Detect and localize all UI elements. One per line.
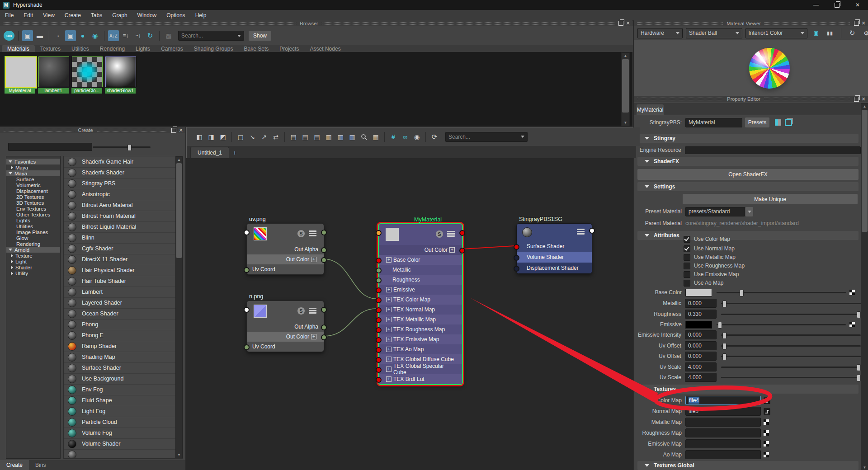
tree-item-displacement[interactable]: Displacement [6, 188, 61, 194]
metallic-input[interactable]: 0.000 [685, 299, 717, 308]
node-row-tex-roughness-map[interactable]: TEX Roughness Map [379, 324, 462, 334]
emissive-intensity-slider[interactable] [721, 334, 861, 336]
tree-item-utility[interactable]: Utility [6, 270, 60, 276]
connection-icon[interactable] [764, 408, 770, 415]
tree-item-favorites[interactable]: Favorites [6, 159, 60, 164]
swatch-label[interactable]: shaderGlow1 [105, 88, 136, 94]
input-port[interactable] [376, 317, 382, 323]
list-item-anisotropic[interactable]: Anisotropic [64, 189, 183, 200]
tree-item-shader[interactable]: Shader [6, 264, 60, 270]
tab-lights[interactable]: Lights [130, 45, 156, 52]
make-unique-button[interactable]: Make Unique [683, 194, 858, 204]
tab-bake-sets[interactable]: Bake Sets [239, 45, 274, 52]
menu-help[interactable]: Help [190, 12, 212, 19]
align-top-icon[interactable]: ▥ [323, 132, 334, 142]
medium-swatch-button[interactable]: ▣ [65, 30, 76, 41]
output-port[interactable] [459, 230, 465, 236]
list-item-shaderfx-shader[interactable]: Shaderfx Shader [64, 167, 183, 179]
chevron-down-icon[interactable] [237, 35, 241, 37]
list-item-phong-e[interactable]: Phong E [64, 330, 183, 341]
list-item-ramp-shader[interactable]: Ramp Shader [64, 341, 183, 352]
input-port[interactable] [376, 327, 382, 333]
node-row-emissive[interactable]: Emissive [379, 285, 462, 295]
map-checker-icon[interactable] [849, 290, 855, 295]
list-item-fluid-shape[interactable]: Fluid Shape [64, 395, 183, 406]
sort-by-type-button[interactable]: ≡↓ [120, 30, 131, 41]
node-row-tex-brdf-lut[interactable]: TEX Brdf Lut [379, 374, 462, 384]
slider-handle[interactable] [722, 353, 726, 360]
ao-map-input[interactable] [685, 450, 761, 459]
expand-plus-icon[interactable] [386, 347, 392, 352]
list-item-env-fog[interactable]: Env Fog [64, 384, 183, 395]
list-item-phong[interactable]: Phong [64, 319, 183, 330]
slider-handle[interactable] [718, 322, 722, 329]
expand-plus-icon[interactable] [386, 297, 392, 302]
node-row-out-color[interactable]: Out Color [247, 332, 324, 342]
node-row-tex-global-specular-cube[interactable]: TEX Global Specular Cube [379, 364, 462, 374]
tree-item-maya[interactable]: Maya [6, 170, 60, 176]
expand-plus-icon[interactable] [386, 357, 392, 362]
filter-on-button[interactable]: ON [4, 31, 14, 41]
menu-window[interactable]: Window [132, 12, 162, 19]
tab-rendering[interactable]: Rendering [94, 45, 130, 52]
list-item-volume-fog[interactable]: Volume Fog [64, 428, 183, 439]
node-row-base-color[interactable]: Base Color [379, 255, 462, 265]
expand-plus-icon[interactable] [386, 376, 392, 382]
minimize-button[interactable]: — [806, 0, 826, 10]
background-toggle-button[interactable]: ▩ [163, 30, 174, 41]
close-button[interactable]: ✕ [847, 0, 868, 10]
uv-offset-u-slider[interactable] [721, 345, 861, 347]
clear-graph-icon[interactable]: ◩ [217, 132, 228, 142]
refresh-graph-icon[interactable]: ⟳ [429, 132, 440, 142]
float-panel-icon[interactable] [854, 21, 859, 26]
refresh-render-icon[interactable]: ↻ [847, 28, 858, 38]
align-center-icon[interactable]: ▤ [300, 132, 311, 142]
output-port[interactable] [321, 324, 327, 330]
tab-create[interactable]: Create [0, 460, 29, 470]
output-port[interactable] [321, 334, 327, 340]
uv-offset-u-input[interactable]: 0.000 [685, 341, 717, 350]
swatch-view-button[interactable]: ▣ [22, 30, 33, 41]
pin-selection-icon[interactable]: ⇄ [270, 132, 281, 142]
tree-item-3d-textures[interactable]: 3D Textures [6, 200, 61, 206]
input-port[interactable] [376, 377, 382, 383]
browser-scrollbar[interactable]: ▲ ▼ [621, 52, 630, 126]
section-textures-global[interactable]: Textures Global [637, 461, 859, 470]
node-row-out-alpha[interactable]: Out Alpha [247, 244, 324, 254]
presets-button[interactable]: Presets [745, 118, 769, 127]
tab-projects[interactable]: Projects [274, 45, 304, 52]
list-item-layered-shader[interactable]: Layered Shader [64, 297, 183, 309]
refresh-swatches-button[interactable]: ↻ [145, 30, 156, 41]
checkbox-unchecked[interactable] [684, 271, 690, 278]
add-tab-button[interactable]: + [229, 147, 240, 158]
list-item-shading-map[interactable]: Shading Map [64, 352, 183, 363]
connection-style-icon[interactable]: ∞ [400, 132, 410, 142]
input-port[interactable] [514, 244, 519, 250]
float-panel-icon[interactable] [171, 127, 176, 133]
expand-plus-icon[interactable] [386, 307, 392, 312]
tree-item-volumetric[interactable]: Volumetric [6, 182, 61, 188]
graph-output-connections-icon[interactable]: ↗ [259, 132, 269, 142]
list-item-cgfx-shader[interactable]: Cgfx Shader [64, 243, 183, 254]
input-port[interactable] [376, 307, 382, 313]
section-stingray[interactable]: Stingray [637, 134, 859, 143]
node-menu-icon[interactable] [309, 230, 316, 236]
material-swatch-thumbnail[interactable] [386, 228, 399, 241]
expand-plus-icon[interactable] [449, 247, 455, 253]
input-port[interactable] [376, 268, 382, 273]
search-zoom-icon[interactable] [359, 132, 369, 142]
expand-plus-icon[interactable] [386, 257, 392, 263]
output-port[interactable] [321, 230, 327, 235]
tab-untitled-1[interactable]: Untitled_1 [190, 147, 229, 158]
metallic-map-input[interactable] [685, 418, 761, 427]
menu-view[interactable]: View [38, 12, 60, 19]
checkbox-checked[interactable] [684, 245, 690, 252]
uv-scale-u-slider[interactable] [721, 367, 861, 368]
input-port[interactable] [376, 287, 382, 293]
restore-button[interactable] [826, 0, 847, 10]
slider-handle[interactable] [722, 343, 726, 350]
float-panel-icon[interactable] [618, 21, 623, 26]
list-item-particle-cloud[interactable]: Particle Cloud [64, 417, 183, 428]
expand-plus-icon[interactable] [386, 287, 392, 292]
split-layout-icon[interactable] [775, 119, 781, 126]
